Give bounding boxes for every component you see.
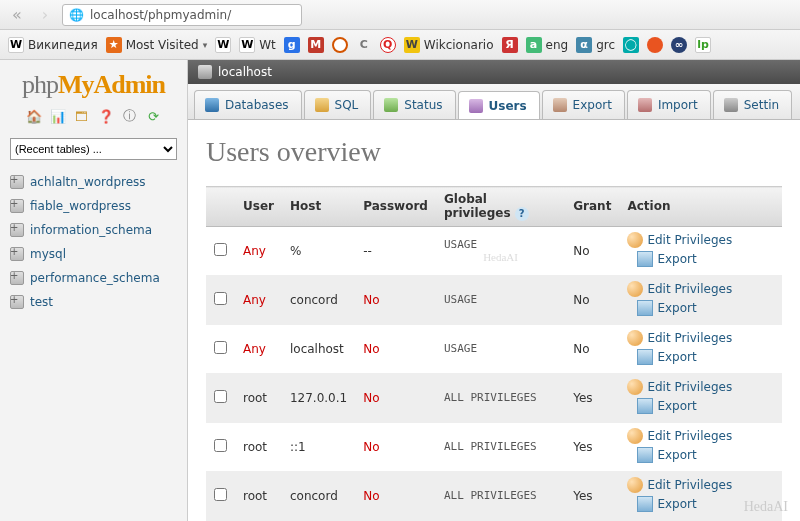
bookmark-item[interactable]: Q bbox=[380, 37, 396, 53]
row-checkbox[interactable] bbox=[214, 488, 227, 501]
database-item[interactable]: achlaltn_wordpress bbox=[0, 170, 187, 194]
bookmark-item[interactable] bbox=[332, 37, 348, 53]
edit-privileges-link[interactable]: Edit Privileges bbox=[627, 232, 732, 248]
docs-icon[interactable]: ❓ bbox=[98, 108, 114, 124]
home-icon[interactable]: 🏠 bbox=[26, 108, 42, 124]
bookmark-item[interactable]: αgrc bbox=[576, 37, 615, 53]
cell-host: 127.0.0.1 bbox=[282, 373, 355, 422]
bookmark-item[interactable]: WВикипедия bbox=[8, 37, 98, 53]
col-host[interactable]: Host bbox=[282, 187, 355, 227]
chevron-down-icon: ▾ bbox=[203, 40, 208, 50]
edit-privileges-link[interactable]: Edit Privileges bbox=[627, 428, 732, 444]
cell-host: concord bbox=[282, 275, 355, 324]
bookmark-item[interactable]: ★Most Visited▾ bbox=[106, 37, 208, 53]
url-bar[interactable]: 🌐 localhost/phpmyadmin/ bbox=[62, 4, 302, 26]
bookmark-item[interactable]: ◯ bbox=[623, 37, 639, 53]
database-item[interactable]: mysql bbox=[0, 242, 187, 266]
col-grant[interactable]: Grant bbox=[565, 187, 619, 227]
tab-label: Status bbox=[404, 98, 442, 112]
export-user-link[interactable]: Export bbox=[637, 349, 696, 365]
table-row: root::1NoALL PRIVILEGESYesEdit Privilege… bbox=[206, 422, 782, 471]
tab-sql[interactable]: SQL bbox=[304, 90, 372, 119]
expand-db-icon[interactable] bbox=[10, 295, 24, 309]
phpmyadmin-app: phpMyAdmin 🏠 📊 🗔 ❓ ⓘ ⟳ (Recent tables) .… bbox=[0, 60, 800, 521]
watermark: HedaAI bbox=[444, 251, 557, 263]
database-item[interactable]: performance_schema bbox=[0, 266, 187, 290]
reload-icon[interactable]: ⟳ bbox=[146, 108, 162, 124]
tab-label: Import bbox=[658, 98, 698, 112]
tab-settin[interactable]: Settin bbox=[713, 90, 792, 119]
bookmark-item[interactable]: lp bbox=[695, 37, 711, 53]
tab-export[interactable]: Export bbox=[542, 90, 625, 119]
edit-privileges-icon bbox=[627, 428, 643, 444]
cell-grant: Yes bbox=[565, 422, 619, 471]
cell-password: -- bbox=[355, 226, 436, 275]
back-button[interactable]: « bbox=[6, 4, 28, 26]
sql-docs-icon[interactable]: ⓘ bbox=[122, 108, 138, 124]
database-item[interactable]: fiable_wordpress bbox=[0, 194, 187, 218]
tab-databases[interactable]: Databases bbox=[194, 90, 302, 119]
favicon-icon bbox=[332, 37, 348, 53]
cell-user: Any bbox=[235, 226, 282, 275]
row-checkbox[interactable] bbox=[214, 390, 227, 403]
logout-icon[interactable]: 📊 bbox=[50, 108, 66, 124]
bookmark-item[interactable]: C bbox=[356, 37, 372, 53]
favicon-icon: Я bbox=[502, 37, 518, 53]
expand-db-icon[interactable] bbox=[10, 271, 24, 285]
bookmark-label: Википедия bbox=[28, 38, 98, 52]
favicon-icon: W bbox=[239, 37, 255, 53]
export-user-link[interactable]: Export bbox=[637, 398, 696, 414]
col-password[interactable]: Password bbox=[355, 187, 436, 227]
bookmark-item[interactable]: g bbox=[284, 37, 300, 53]
tab-label: Databases bbox=[225, 98, 289, 112]
phpmyadmin-logo[interactable]: phpMyAdmin bbox=[0, 60, 187, 104]
tab-import[interactable]: Import bbox=[627, 90, 711, 119]
export-user-link[interactable]: Export bbox=[637, 300, 696, 316]
bookmark-label: eng bbox=[546, 38, 569, 52]
bookmark-item[interactable]: aeng bbox=[526, 37, 569, 53]
database-item[interactable]: information_schema bbox=[0, 218, 187, 242]
row-checkbox[interactable] bbox=[214, 243, 227, 256]
expand-db-icon[interactable] bbox=[10, 199, 24, 213]
edit-privileges-link[interactable]: Edit Privileges bbox=[627, 281, 732, 297]
bookmark-item[interactable]: WWikcionario bbox=[404, 37, 494, 53]
export-user-link[interactable]: Export bbox=[637, 447, 696, 463]
bookmark-item[interactable]: M bbox=[308, 37, 324, 53]
tab-status[interactable]: Status bbox=[373, 90, 455, 119]
favicon-icon: W bbox=[215, 37, 231, 53]
tab-users[interactable]: Users bbox=[458, 91, 540, 120]
bookmark-item[interactable]: W bbox=[215, 37, 231, 53]
expand-db-icon[interactable] bbox=[10, 247, 24, 261]
export-user-link[interactable]: Export bbox=[637, 496, 696, 512]
bookmark-item[interactable]: Я bbox=[502, 37, 518, 53]
row-checkbox[interactable] bbox=[214, 341, 227, 354]
content-area: Users overview User Host Password Global… bbox=[188, 120, 800, 521]
favicon-icon: Q bbox=[380, 37, 396, 53]
sidebar-toolbar: 🏠 📊 🗔 ❓ ⓘ ⟳ bbox=[0, 104, 187, 134]
cell-user: root bbox=[235, 373, 282, 422]
expand-db-icon[interactable] bbox=[10, 223, 24, 237]
database-item[interactable]: test bbox=[0, 290, 187, 314]
table-row: Any%--USAGEHedaAINoEdit PrivilegesExport bbox=[206, 226, 782, 275]
database-name: mysql bbox=[30, 247, 66, 261]
recent-tables-select[interactable]: (Recent tables) ... bbox=[10, 138, 177, 160]
forward-button[interactable]: › bbox=[34, 4, 56, 26]
export-user-link[interactable]: Export bbox=[637, 251, 696, 267]
edit-privileges-link[interactable]: Edit Privileges bbox=[627, 330, 732, 346]
bookmark-item[interactable]: WWt bbox=[239, 37, 276, 53]
row-checkbox[interactable] bbox=[214, 292, 227, 305]
bookmark-item[interactable] bbox=[671, 37, 687, 53]
cell-host: ::1 bbox=[282, 422, 355, 471]
col-user[interactable]: User bbox=[235, 187, 282, 227]
cell-user: Any bbox=[235, 324, 282, 373]
expand-db-icon[interactable] bbox=[10, 175, 24, 189]
breadcrumb-server[interactable]: localhost bbox=[218, 65, 272, 79]
edit-privileges-link[interactable]: Edit Privileges bbox=[627, 379, 732, 395]
row-checkbox[interactable] bbox=[214, 439, 227, 452]
edit-privileges-link[interactable]: Edit Privileges bbox=[627, 477, 732, 493]
export-icon bbox=[637, 349, 653, 365]
query-window-icon[interactable]: 🗔 bbox=[74, 108, 90, 124]
edit-privileges-icon bbox=[627, 281, 643, 297]
help-icon[interactable]: ? bbox=[515, 207, 529, 221]
bookmark-item[interactable] bbox=[647, 37, 663, 53]
